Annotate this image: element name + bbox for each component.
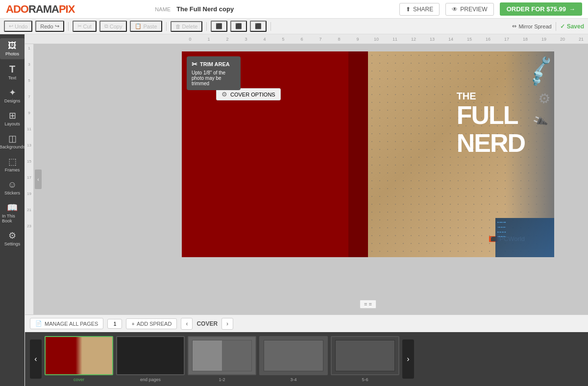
filmstrip-item-3-4[interactable]: 3-4	[259, 336, 328, 382]
share-button[interactable]: ⬆ SHARE	[399, 3, 440, 16]
paste-button[interactable]: 📋 Paste	[130, 21, 162, 32]
eye-icon: 👁	[452, 6, 458, 13]
canvas-wrapper: ‹ ✂ TRIM AREA Upto 1/8" of the photo may…	[34, 44, 588, 314]
share-icon: ⬆	[406, 6, 411, 13]
spread-1-2-label: 1-2	[219, 377, 225, 382]
canvas-with-vruler: 135 7911 131517 192123 ‹ ✂	[25, 44, 588, 314]
end-pages-thumbnail	[116, 336, 185, 375]
filmstrip-item-1-2[interactable]: 1-2	[188, 336, 256, 382]
vertical-ruler: 135 7911 131517 192123	[25, 44, 34, 314]
order-button[interactable]: ORDER FOR $75.99 →	[500, 2, 582, 16]
spread-3-4-thumbnail	[259, 336, 328, 375]
backgrounds-icon: ◫	[8, 134, 17, 143]
cut-button[interactable]: ✂ Cut	[73, 21, 97, 32]
in-book-icon: 📖	[7, 203, 18, 212]
mirror-icon: ⇔	[512, 23, 516, 29]
align-right-icon: ⬛	[255, 23, 262, 29]
saved-status: ✓ Saved	[560, 23, 584, 30]
gear-icon: ⚙	[221, 91, 227, 98]
arrow-right-icon: →	[569, 5, 575, 13]
toolbar-separator-5	[556, 22, 556, 31]
toolbar-separator-2	[166, 22, 167, 31]
spread-5-6-thumb-content	[332, 337, 398, 374]
pages-icon: 📄	[35, 320, 42, 327]
plus-icon: +	[131, 321, 134, 327]
trim-area-tooltip: ✂ TRIM AREA Upto 1/8" of the photo may b…	[187, 56, 241, 90]
redo-button[interactable]: Redo ↪	[35, 21, 64, 32]
align-right-button[interactable]: ⬛	[250, 21, 267, 32]
spread-3-4-thumb-content	[260, 337, 327, 374]
toolbar-separator-4	[270, 22, 271, 31]
cut-icon: ✂	[77, 23, 82, 29]
spread-3-4-label: 3-4	[290, 377, 296, 382]
manage-pages-button[interactable]: 📄 MANAGE ALL PAGES	[30, 318, 103, 329]
book-spine	[348, 51, 368, 257]
spread-5-6-thumbnail	[331, 336, 399, 375]
copy-button[interactable]: ⧉ Copy	[99, 21, 127, 32]
filmstrip-prev-button[interactable]: ‹	[30, 339, 42, 379]
align-center-icon: ⬛	[235, 23, 242, 29]
sidebar-item-in-this-book[interactable]: 📖 In This Book	[0, 200, 24, 226]
canvas-area: 0 1 2 3 4 5 6 7 8 9 10 11 12 13 14 15 16	[25, 34, 588, 314]
delete-button[interactable]: 🗑 Delete	[171, 21, 203, 32]
ruler-numbers: 0 1 2 3 4 5 6 7 8 9 10 11 12 13 14 15 16	[177, 37, 588, 42]
undo-button[interactable]: ↩ Undo	[4, 21, 32, 32]
add-spread-button[interactable]: + ADD SPREAD	[126, 318, 177, 329]
sidebar-item-backgrounds[interactable]: ◫ Backgrounds	[0, 131, 24, 152]
align-left-icon: ⬛	[216, 23, 222, 29]
settings-icon: ⚙	[8, 231, 16, 240]
cover-label: cover	[74, 377, 84, 382]
redo-icon: ↪	[55, 23, 59, 29]
current-spread-label: COVER	[196, 320, 218, 327]
cover-thumbnail	[45, 336, 113, 375]
preview-button[interactable]: 👁 PREVIEW	[445, 3, 493, 16]
filmstrip-item-end-pages[interactable]: end pages	[116, 336, 185, 382]
stickers-icon: ☺	[8, 180, 17, 189]
mirror-spread-toggle[interactable]: ⇔ Mirror Spread	[512, 23, 551, 29]
project-name: The Full Nerd copy	[176, 5, 234, 13]
trash-icon: 🗑	[175, 24, 181, 29]
toolbar: ↩ Undo Redo ↪ ✂ Cut ⧉ Copy 📋 Paste 🗑 Del…	[0, 19, 588, 34]
previous-page-button[interactable]: ‹	[181, 318, 193, 330]
sidebar-item-frames[interactable]: ⬚ Frames	[0, 154, 24, 175]
sidebar-item-photos[interactable]: 🖼 Photos	[0, 38, 24, 59]
text-icon: T	[9, 64, 15, 74]
toolbar-separator-3	[206, 22, 207, 31]
logo-ado: ADO	[6, 3, 28, 16]
align-center-button[interactable]: ⬛	[230, 21, 247, 32]
next-page-button[interactable]: ›	[221, 318, 233, 330]
designs-icon: ✦	[9, 88, 16, 97]
book-canvas: ✂ TRIM AREA Upto 1/8" of the photo may b…	[182, 51, 554, 257]
spread-indicator: = =	[360, 300, 376, 309]
copy-icon: ⧉	[104, 23, 108, 29]
sidebar-item-designs[interactable]: ✦ Designs	[0, 85, 24, 106]
left-sidebar: 🖼 Photos T Text ✦ Designs ⊞ Layouts ◫ Ba…	[0, 34, 24, 386]
logo-pix: PIX	[59, 3, 74, 16]
logo-rama: RAMA	[28, 3, 59, 16]
filmstrip: ‹ cover end pages	[25, 332, 588, 386]
layouts-icon: ⊞	[9, 111, 16, 120]
spread-1-2-thumbnail	[188, 336, 256, 375]
name-label: NAME	[155, 6, 171, 12]
spread-5-6-label: 5-6	[362, 377, 368, 382]
header: ADO RAMA PIX NAME The Full Nerd copy ⬆ S…	[0, 0, 588, 19]
scroll-left-button[interactable]: ‹	[35, 169, 42, 189]
canvas-column: 0 1 2 3 4 5 6 7 8 9 10 11 12 13 14 15 16	[25, 34, 588, 386]
sidebar-item-settings[interactable]: ⚙ Settings	[0, 228, 24, 249]
sidebar-item-text[interactable]: T Text	[0, 61, 24, 83]
filmstrip-next-button[interactable]: ›	[402, 339, 414, 379]
sidebar-item-stickers[interactable]: ☺ Stickers	[0, 177, 24, 198]
spread-1-2-thumb-content	[189, 337, 255, 374]
toolbar-separator-1	[68, 22, 69, 31]
filmstrip-item-5-6[interactable]: 5-6	[331, 336, 399, 382]
end-pages-label: end pages	[140, 377, 161, 382]
sidebar-item-layouts[interactable]: ⊞ Layouts	[0, 108, 24, 129]
horizontal-ruler: 0 1 2 3 4 5 6 7 8 9 10 11 12 13 14 15 16	[25, 34, 588, 44]
scissors-icon: ✂	[192, 60, 197, 68]
full-nerd-title: THE FULL NERD	[457, 91, 525, 157]
page-number-input[interactable]	[107, 319, 122, 329]
cover-thumb-content	[46, 337, 112, 374]
filmstrip-item-cover[interactable]: cover	[45, 336, 113, 382]
align-left-button[interactable]: ⬛	[211, 21, 227, 32]
paste-icon: 📋	[135, 23, 142, 29]
